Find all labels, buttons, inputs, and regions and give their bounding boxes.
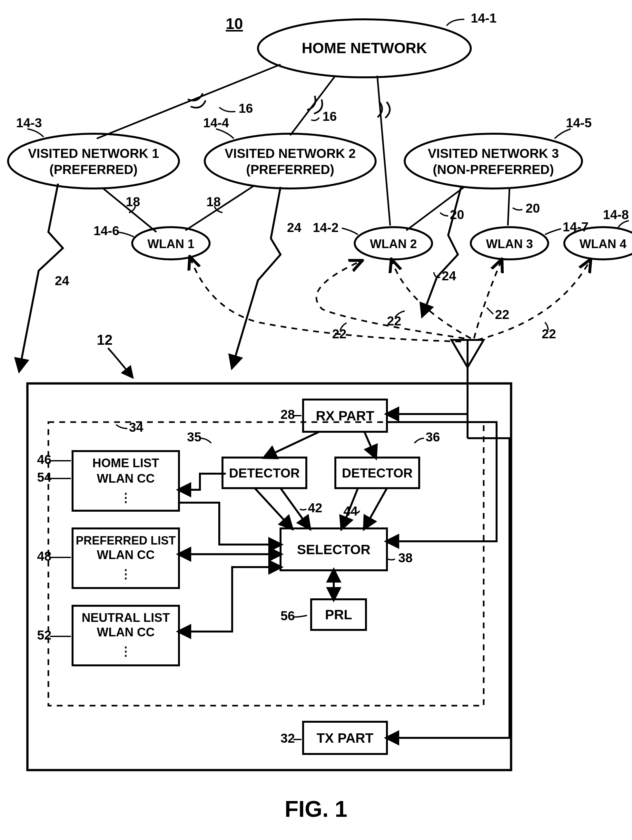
figure-id: 10: [226, 15, 243, 32]
wlan2-label: WLAN 2: [370, 237, 417, 251]
ref-22d: 22: [542, 327, 556, 341]
visited-network-3-node: VISITED NETWORK 3 (NON-PREFERRED): [405, 134, 582, 188]
home-list-ref: 46: [37, 452, 52, 467]
rx-ref: 28: [280, 407, 295, 422]
preferred-list-ref: 48: [37, 549, 52, 563]
svg-point-1: [8, 134, 179, 188]
preferred-list-l2: WLAN CC: [97, 548, 154, 562]
neutral-list-l1: NEUTRAL LIST: [82, 611, 170, 624]
home-list-l2: WLAN CC: [97, 472, 154, 485]
visited-network-1-node: VISITED NETWORK 1 (PREFERRED): [8, 134, 179, 188]
vn2-label2: (PREFERRED): [246, 163, 334, 177]
ref-24c: 24: [442, 269, 456, 283]
svg-point-3: [405, 134, 582, 188]
visited-network-2-node: VISITED NETWORK 2 (PREFERRED): [205, 134, 375, 188]
wlan1-node: WLAN 1: [132, 227, 210, 259]
wlan3-label: WLAN 3: [486, 237, 533, 251]
ref-20b: 20: [526, 201, 540, 215]
vn3-label1: VISITED NETWORK 3: [428, 146, 559, 161]
selector-ref: 38: [398, 551, 413, 565]
selector-label: SELECTOR: [297, 542, 371, 557]
home-network-ref: 14-1: [471, 11, 497, 25]
wlan1-label: WLAN 1: [147, 237, 195, 251]
neutral-list-dots: ⋮: [120, 645, 132, 658]
ref-22b: 22: [387, 314, 401, 328]
home-list-dots: ⋮: [120, 491, 132, 505]
svg-line-15: [280, 488, 310, 529]
rx-part-label: RX PART: [316, 408, 374, 423]
ref-24a: 24: [55, 273, 69, 288]
svg-line-13: [364, 432, 375, 458]
svg-line-17: [364, 488, 387, 529]
preferred-list-l1: PREFERRED LIST: [76, 534, 176, 547]
wlan4-node: WLAN 4: [564, 227, 632, 259]
wlan4-label: WLAN 4: [580, 237, 627, 251]
home-network-node: HOME NETWORK: [258, 19, 471, 77]
ref-22c: 22: [495, 307, 510, 322]
ref-12: 12: [97, 332, 112, 348]
ref-24b: 24: [287, 220, 301, 235]
wlan2-node: WLAN 2: [355, 227, 432, 259]
vn2-ref: 14-4: [203, 116, 229, 130]
ref-18b: 18: [206, 194, 221, 209]
figure-caption: FIG. 1: [285, 796, 347, 822]
vn1-ref: 14-3: [16, 116, 42, 130]
home-network-label: HOME NETWORK: [302, 39, 427, 56]
vn3-ref: 14-5: [566, 116, 592, 130]
tx-part-label: TX PART: [317, 731, 374, 745]
vn1-label1: VISITED NETWORK 1: [28, 146, 159, 161]
wlan1-ref: 14-6: [93, 224, 119, 238]
svg-line-14: [255, 488, 292, 529]
diagram-stage: 10 HOME NETWORK 14-1 16 16 VISITED NETWO…: [0, 0, 632, 840]
ref-16a: 16: [239, 101, 253, 115]
detector-left-label: DETECTOR: [229, 466, 299, 480]
neutral-list-l2: WLAN CC: [97, 625, 154, 639]
preferred-list-dots: ⋮: [120, 567, 132, 581]
svg-line-12: [265, 432, 319, 458]
detector-right-ref: 36: [426, 430, 440, 444]
prl-label: PRL: [325, 607, 352, 622]
wlan2-ref: 14-2: [313, 220, 339, 235]
svg-point-2: [205, 134, 375, 188]
wlan4-ref: 14-8: [603, 207, 629, 222]
ref-22a: 22: [332, 327, 347, 341]
home-list-side-ref: 54: [37, 470, 52, 484]
detector-right-label: DETECTOR: [342, 466, 412, 480]
home-list-l1: HOME LIST: [93, 456, 159, 470]
ref-16b: 16: [322, 109, 337, 123]
detector-left-ref: 35: [187, 430, 201, 444]
neutral-list-ref: 52: [37, 628, 52, 642]
wlan3-node: WLAN 3: [471, 227, 548, 259]
prl-ref: 56: [280, 609, 295, 623]
tx-ref: 32: [280, 731, 295, 745]
vn2-label1: VISITED NETWORK 2: [225, 146, 356, 161]
vn3-label2: (NON-PREFERRED): [433, 163, 554, 177]
ref-18a: 18: [126, 194, 140, 209]
vn1-label2: (PREFERRED): [49, 163, 137, 177]
ref-34: 34: [129, 420, 144, 434]
ref-44: 44: [344, 504, 358, 518]
ref-42: 42: [308, 501, 322, 515]
